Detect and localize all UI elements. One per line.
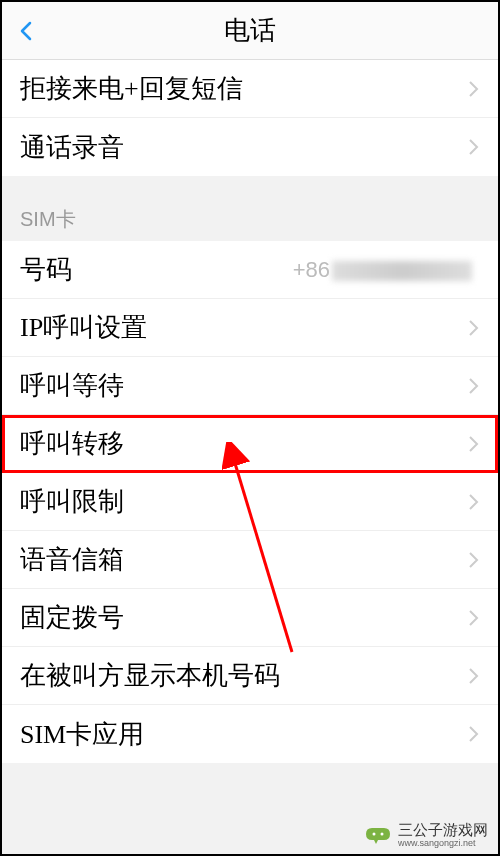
chevron-right-icon	[468, 667, 480, 685]
watermark-main: 三公子游戏网	[398, 821, 488, 838]
svg-point-2	[373, 832, 376, 835]
item-label: 号码	[20, 252, 72, 287]
item-reject-sms[interactable]: 拒接来电+回复短信	[2, 60, 498, 118]
item-call-barring[interactable]: 呼叫限制	[2, 473, 498, 531]
chevron-right-icon	[468, 319, 480, 337]
item-label: 通话录音	[20, 130, 124, 165]
chevron-right-icon	[468, 80, 480, 98]
item-label: 在被叫方显示本机号码	[20, 658, 280, 693]
item-label: 拒接来电+回复短信	[20, 71, 243, 106]
item-right	[468, 609, 480, 627]
item-right	[468, 551, 480, 569]
item-sim-apps[interactable]: SIM卡应用	[2, 705, 498, 763]
group-general: 拒接来电+回复短信 通话录音	[2, 60, 498, 176]
item-caller-id[interactable]: 在被叫方显示本机号码	[2, 647, 498, 705]
item-right: +86	[293, 257, 480, 283]
watermark-sub: www.sangongzi.net	[398, 838, 488, 848]
item-label: 呼叫等待	[20, 368, 124, 403]
section-header-sim: SIM卡	[2, 176, 498, 241]
chevron-right-icon	[468, 551, 480, 569]
item-label: 语音信箱	[20, 542, 124, 577]
watermark: 三公子游戏网 www.sangongzi.net	[364, 821, 488, 848]
item-ip-call[interactable]: IP呼叫设置	[2, 299, 498, 357]
back-button[interactable]	[14, 19, 38, 43]
item-right	[468, 377, 480, 395]
item-label: SIM卡应用	[20, 717, 144, 752]
group-sim: 号码 +86 IP呼叫设置 呼叫等待 呼叫转移 呼叫限制	[2, 241, 498, 763]
item-call-recording[interactable]: 通话录音	[2, 118, 498, 176]
chevron-right-icon	[468, 725, 480, 743]
chevron-left-icon	[14, 19, 38, 43]
blurred-number	[332, 261, 472, 281]
chevron-right-icon	[468, 138, 480, 156]
item-call-forwarding[interactable]: 呼叫转移	[2, 415, 498, 473]
item-number[interactable]: 号码 +86	[2, 241, 498, 299]
item-call-waiting[interactable]: 呼叫等待	[2, 357, 498, 415]
item-right	[468, 138, 480, 156]
item-right	[468, 80, 480, 98]
item-right	[468, 493, 480, 511]
item-label: IP呼叫设置	[20, 310, 147, 345]
item-right	[468, 319, 480, 337]
header: 电话	[2, 2, 498, 60]
page-title: 电话	[224, 13, 276, 48]
item-fixed-dialing[interactable]: 固定拨号	[2, 589, 498, 647]
item-right	[468, 725, 480, 743]
chevron-right-icon	[468, 493, 480, 511]
item-label: 固定拨号	[20, 600, 124, 635]
item-value: +86	[293, 257, 472, 283]
svg-point-3	[381, 832, 384, 835]
chevron-right-icon	[468, 609, 480, 627]
item-label: 呼叫转移	[20, 426, 124, 461]
chevron-right-icon	[468, 435, 480, 453]
item-voicemail[interactable]: 语音信箱	[2, 531, 498, 589]
item-right	[468, 667, 480, 685]
watermark-text-wrap: 三公子游戏网 www.sangongzi.net	[398, 821, 488, 848]
item-label: 呼叫限制	[20, 484, 124, 519]
watermark-icon	[364, 824, 392, 846]
item-right	[468, 435, 480, 453]
chevron-right-icon	[468, 377, 480, 395]
